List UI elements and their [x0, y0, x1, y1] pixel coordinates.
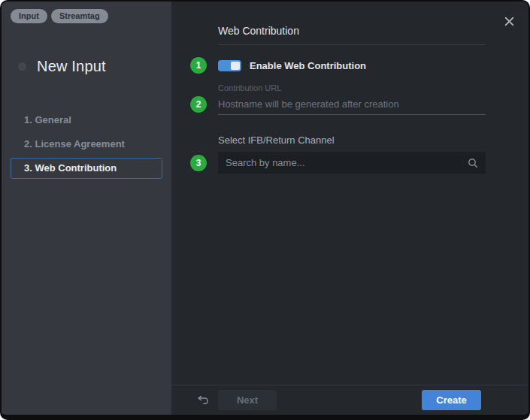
toggle-knob	[231, 62, 240, 70]
enable-web-contribution-label: Enable Web Contribution	[250, 60, 366, 71]
new-input-modal: Input Streamtag New Input 1. General 2. …	[0, 0, 530, 420]
tag-row: Input Streamtag	[11, 9, 162, 23]
close-icon[interactable]	[503, 15, 515, 27]
return-channel-row: 3	[171, 152, 528, 174]
contribution-url-field-col	[218, 94, 486, 115]
undo-arrow-icon[interactable]	[195, 393, 210, 408]
search-icon	[468, 158, 478, 168]
contribution-url-input[interactable]	[218, 94, 486, 115]
contribution-url-row: 2	[171, 94, 528, 115]
enable-web-contribution-toggle[interactable]	[218, 60, 241, 71]
step-badge-2: 2	[190, 96, 207, 113]
step-license-agreement[interactable]: 2. License Agreement	[11, 134, 162, 155]
return-channel-search-input[interactable]	[226, 157, 468, 168]
step-badge-3: 3	[190, 155, 207, 171]
return-channel-field-col	[218, 152, 486, 174]
panel-spacer	[171, 174, 528, 385]
web-contribution-panel: Web Contribution 1 Enable Web Contributi…	[171, 2, 528, 415]
wizard-steps: 1. General 2. License Agreement 3. Web C…	[11, 110, 162, 179]
select-return-channel-label: Select IFB/Return Channel	[218, 134, 486, 146]
tag-input[interactable]: Input	[11, 9, 47, 23]
contribution-url-label: Contribution URL	[218, 83, 486, 92]
status-dot-icon	[18, 62, 26, 71]
wizard-sidebar: Input Streamtag New Input 1. General 2. …	[2, 2, 171, 415]
panel-header: Web Contribution	[218, 24, 486, 45]
footer-bar: Next Create	[171, 385, 528, 415]
create-button[interactable]: Create	[422, 390, 481, 410]
step-general[interactable]: 1. General	[11, 110, 162, 131]
screen: Input Streamtag New Input 1. General 2. …	[0, 0, 530, 420]
return-channel-search-box	[218, 152, 486, 174]
next-button[interactable]: Next	[218, 390, 277, 410]
enable-web-contribution-row: 1 Enable Web Contribution	[171, 56, 528, 74]
step-badge-1: 1	[190, 57, 207, 74]
wizard-title-row: New Input	[18, 58, 162, 75]
tag-streamtag[interactable]: Streamtag	[51, 9, 108, 23]
panel-title: Web Contribution	[218, 25, 299, 37]
step-web-contribution[interactable]: 3. Web Contribution	[11, 158, 162, 179]
toggle-field: Enable Web Contribution	[218, 60, 486, 71]
wizard-title: New Input	[37, 58, 106, 75]
